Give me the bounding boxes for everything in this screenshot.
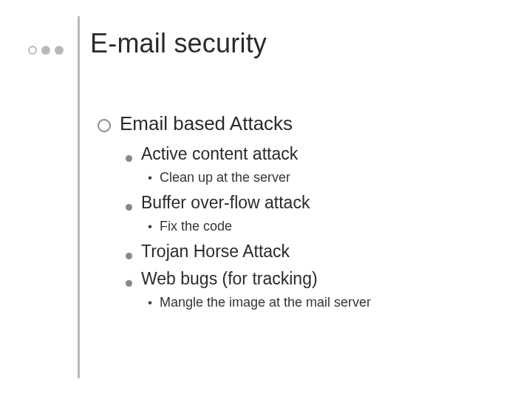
bullet-level2: Web bugs (for tracking) — [126, 267, 510, 290]
bullet-level3-text: Fix the code — [160, 217, 232, 235]
dot-icon — [41, 46, 50, 55]
solid-circle-icon — [126, 204, 132, 211]
slide-title: E-mail security — [90, 28, 267, 59]
bullet-level3: • Clean up at the server — [126, 168, 510, 187]
solid-circle-icon — [126, 280, 132, 287]
bullet-level2: Active content attack — [126, 143, 510, 166]
bullet-level2-text: Active content attack — [141, 143, 298, 166]
bullet-dot-icon: • — [148, 219, 152, 236]
bullet-level1: Email based Attacks — [98, 111, 510, 137]
slide: E-mail security Email based Attacks Acti… — [0, 0, 532, 399]
dot-icon — [28, 46, 37, 55]
bullet-dot-icon: • — [148, 170, 152, 187]
bullet-dot-icon: • — [148, 295, 152, 312]
solid-circle-icon — [126, 253, 132, 259]
bullet-level2-text: Web bugs (for tracking) — [141, 267, 318, 290]
dot-icon — [55, 46, 64, 55]
bullet-level3-text: Clean up at the server — [160, 168, 290, 186]
bullet-level2: Buffer over-flow attack — [126, 191, 510, 214]
bullet-level2-text: Trojan Horse Attack — [141, 240, 290, 263]
slide-body: Email based Attacks Active content attac… — [98, 111, 510, 316]
bullet-level2-group: Active content attack • Clean up at the … — [98, 143, 510, 312]
decorative-dots — [28, 46, 64, 55]
vertical-divider — [78, 16, 80, 378]
bullet-level2-text: Buffer over-flow attack — [141, 191, 310, 214]
solid-circle-icon — [126, 155, 132, 162]
hollow-circle-icon — [98, 119, 111, 132]
bullet-level3: • Mangle the image at the mail server — [126, 293, 510, 312]
bullet-level1-text: Email based Attacks — [120, 111, 293, 137]
bullet-level3-text: Mangle the image at the mail server — [160, 293, 371, 311]
bullet-level3: • Fix the code — [126, 217, 510, 236]
bullet-level2: Trojan Horse Attack — [126, 240, 510, 263]
